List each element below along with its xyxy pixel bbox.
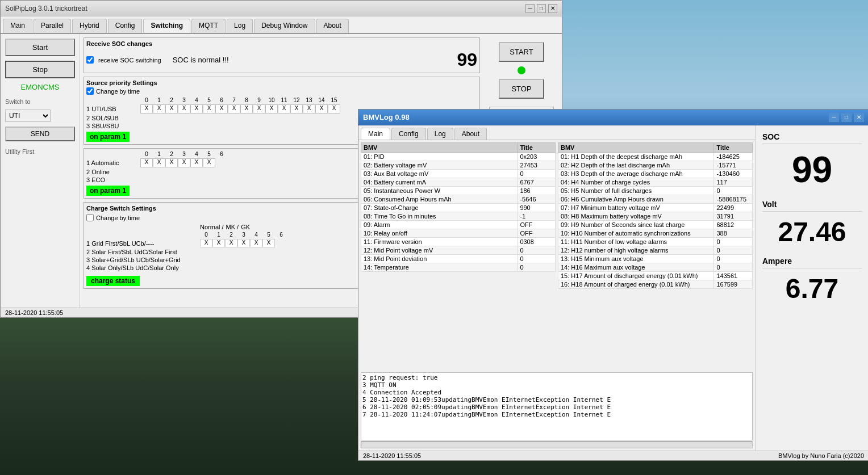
uti-cell-1[interactable]: X (153, 104, 165, 114)
bmv-log-area[interactable]: 2 ping request: true 3 MQTT ON 4 Connect… (361, 372, 753, 440)
log-scrollbar-row (361, 442, 753, 448)
gf-cell-2[interactable]: X (225, 239, 237, 247)
auto-cell-4[interactable]: X (190, 158, 203, 167)
auto-cell-1[interactable]: X (153, 158, 165, 167)
auto-cell-2[interactable]: X (165, 158, 178, 167)
amp-value: 6.77 (762, 273, 862, 304)
right-cell-bmv: 12: H12 number of high voltage alarms (558, 246, 714, 255)
right-table-row: 13: H15 Minimum aux voltage0 (558, 255, 753, 263)
tab-about[interactable]: About (316, 19, 349, 33)
start-button[interactable]: Start (5, 39, 75, 56)
uti-cell-4[interactable]: X (190, 104, 203, 114)
tab-hybrid[interactable]: Hybrid (72, 19, 107, 33)
right-cell-bmv: 16: H18 Amount of charged energy (0.01 k… (558, 280, 714, 289)
cn-0: 0 (200, 232, 212, 238)
uti-cell-3[interactable]: X (178, 104, 190, 114)
left-cell-title: -1 (518, 212, 556, 221)
num-5: 5 (203, 97, 215, 103)
left-col-title: Title (518, 143, 556, 153)
tab-parallel[interactable]: Parallel (34, 19, 71, 33)
minimize-button[interactable]: ─ (525, 4, 535, 13)
uti-cell-0[interactable]: X (140, 104, 153, 114)
inline-stop-button[interactable]: STOP (499, 79, 544, 99)
bmv-left-table-container[interactable]: BMV Title 01: PID0x20302: Battery voltag… (361, 142, 556, 368)
gf-cell-4[interactable]: X (250, 239, 262, 247)
uti-cell-8[interactable]: X (240, 104, 253, 114)
num-8: 8 (240, 97, 253, 103)
soc-panel-label: SOC (762, 132, 862, 144)
uti-cell-9[interactable]: X (253, 104, 265, 114)
left-cell-bmv: 04: Battery current mA (361, 178, 518, 187)
main-titlebar: SolPipLog 3.0.1 trickortreat ─ □ ✕ (1, 1, 562, 16)
gf-cell-5[interactable]: X (262, 239, 275, 247)
uti-dropdown[interactable]: UTI SOL SBU (5, 110, 51, 122)
uti-cell-7[interactable]: X (228, 104, 240, 114)
emoncms-link[interactable]: EMONCMS (5, 83, 75, 91)
auto-cell-3[interactable]: X (178, 158, 190, 167)
left-col-bmv: BMV (361, 143, 518, 153)
charge-change-by-time-checkbox[interactable] (86, 214, 94, 221)
uti-cell-12[interactable]: X (290, 104, 303, 114)
auto-cell-5[interactable]: X (203, 158, 215, 167)
send-button[interactable]: SEND (5, 127, 75, 141)
tab-switching[interactable]: Switching (143, 19, 190, 33)
bmv-tab-config[interactable]: Config (391, 128, 426, 140)
bmv-right-table-container[interactable]: BMV Title 01: H1 Depth of the deepest di… (558, 142, 753, 368)
uti-cell-14[interactable]: X (315, 104, 328, 114)
right-cell-title: 0 (714, 255, 753, 263)
right-table-row: 14: H16 Maximum aux voltage0 (558, 263, 753, 272)
uti-cell-6[interactable]: X (215, 104, 228, 114)
right-cell-title: 167599 (714, 280, 753, 289)
receive-soc-checkbox[interactable] (86, 56, 94, 64)
bmv-restore-button[interactable]: □ (841, 113, 852, 122)
main-tabs: Main Parallel Hybrid Config Switching MQ… (1, 16, 562, 34)
right-cell-bmv: 08: H8 Maximum battery voltage mV (558, 212, 714, 221)
uti-cell-10[interactable]: X (265, 104, 278, 114)
stop-button[interactable]: Stop (5, 61, 75, 78)
bmv-tab-log[interactable]: Log (427, 128, 453, 140)
switch-to-label: Switch to (5, 98, 75, 105)
charge-status-badge: charge status (86, 276, 140, 286)
tab-mqtt[interactable]: MQTT (191, 19, 226, 33)
uti-cell-15[interactable]: X (328, 104, 340, 114)
right-cell-bmv: 07: H7 Minimum battery voltage mV (558, 204, 714, 212)
restore-button[interactable]: □ (537, 4, 546, 13)
right-table-row: 09: H9 Number of Seconds since last char… (558, 221, 753, 229)
change-by-time-checkbox[interactable] (86, 87, 94, 95)
grid-first-label: 1 Grid First/SbL UCb/---- (86, 240, 200, 247)
left-cell-title: OFF (518, 221, 556, 229)
uti-cell-13[interactable]: X (303, 104, 315, 114)
log-horizontal-scrollbar[interactable] (361, 442, 753, 448)
cn-6: 6 (275, 232, 287, 238)
bmv-tab-main[interactable]: Main (361, 128, 390, 140)
auto-cell-0[interactable]: X (140, 158, 153, 167)
right-cell-bmv: 04: H4 Number of charge cycles (558, 178, 714, 187)
tab-log[interactable]: Log (227, 19, 253, 33)
num-6: 6 (215, 97, 228, 103)
num-9: 9 (253, 97, 265, 103)
left-cell-bmv: 14: Temperature (361, 263, 518, 272)
bmv-window-title: BMVLog 0.98 (363, 113, 410, 121)
tab-debug[interactable]: Debug Window (254, 19, 315, 33)
uti-cell-2[interactable]: X (165, 104, 178, 114)
charge-col-normal: Normal / (200, 224, 224, 230)
left-cell-title: 6767 (518, 178, 556, 187)
right-cell-bmv: 14: H16 Maximum aux voltage (558, 263, 714, 272)
right-table-row: 01: H1 Depth of the deepest discharge mA… (558, 153, 753, 161)
solar-grid-label: 3 Solar+Grid/SLb UCb/Solar+Grid (86, 257, 200, 263)
close-button[interactable]: ✕ (548, 4, 557, 13)
uti-cell-5[interactable]: X (203, 104, 215, 114)
tab-main[interactable]: Main (3, 19, 32, 33)
uti-cell-11[interactable]: X (278, 104, 290, 114)
receive-soc-label: receive SOC switching (98, 57, 161, 64)
bmv-close-button[interactable]: ✕ (854, 113, 864, 122)
tab-config[interactable]: Config (108, 19, 143, 33)
inline-start-button[interactable]: START (499, 42, 544, 62)
bmv-tab-about[interactable]: About (454, 128, 487, 140)
gf-cell-1[interactable]: X (212, 239, 225, 247)
gf-cell-3[interactable]: X (237, 239, 250, 247)
right-table-row: 03: H3 Depth of the average discharge mA… (558, 170, 753, 178)
volt-value: 27.46 (762, 216, 862, 247)
bmv-minimize-button[interactable]: ─ (829, 113, 839, 122)
gf-cell-0[interactable]: X (200, 239, 212, 247)
